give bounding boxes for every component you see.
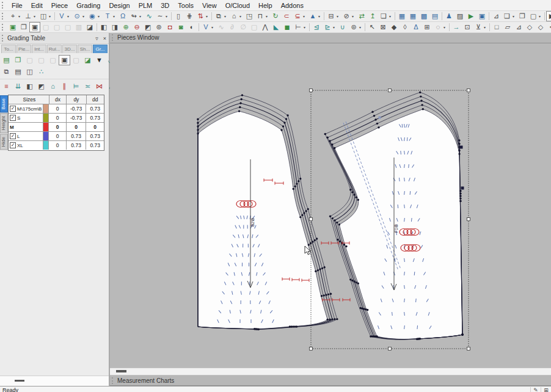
toolbar1-icon-29[interactable]: ⇄	[356, 11, 367, 21]
gpanel-tb1-icon-7[interactable]: ▢	[70, 55, 82, 65]
toolbar1-icon-24[interactable]: ⊆	[292, 11, 303, 21]
pattern-piece-front[interactable]: F1\B	[321, 91, 464, 339]
toolbar1-dropdown-5[interactable]: ▾	[67, 14, 71, 18]
canvas-horizontal-scrollbar[interactable]	[110, 368, 551, 376]
toolbar1-icon-48[interactable]: ▶	[546, 11, 551, 21]
pattern-piece-back[interactable]: B2\B	[197, 94, 338, 330]
menu-help[interactable]: Help	[254, 2, 277, 9]
toolbar2-icon-31[interactable]: ⊵	[322, 22, 333, 32]
panel-tab-pie[interactable]: Pie...	[16, 45, 31, 53]
toolbar2-dropdown-20[interactable]: ▾	[211, 25, 216, 29]
gpanel-tb1-icon-1[interactable]: ▤	[1, 55, 12, 65]
menu-edit[interactable]: Edit	[27, 2, 47, 9]
toolbar1-icon-40[interactable]: ▶	[465, 11, 476, 21]
gpanel-tb2-icon-3[interactable]: ◫	[24, 67, 35, 77]
toolbar1-icon-44[interactable]: ❏	[502, 11, 513, 21]
size-checkbox[interactable]: ✓	[10, 133, 16, 139]
grading-panel-grip[interactable]	[2, 35, 5, 42]
toolbar1-dropdown-31[interactable]: ▾	[389, 14, 393, 18]
pin-icon[interactable]: ▿	[93, 35, 101, 42]
toolbar1-icon-31[interactable]: ❏	[378, 11, 389, 21]
size-checkbox[interactable]: ✓	[10, 106, 16, 112]
toolbar2-icon-38[interactable]: ◊	[400, 22, 411, 32]
toolbar1-icon-38[interactable]: ♟	[443, 11, 454, 21]
side-tab-hide[interactable]: Hide	[0, 134, 8, 150]
toolbar2-icon-35[interactable]: ↖	[367, 22, 378, 32]
measurement-charts-header[interactable]: Measurement Charts	[110, 376, 551, 386]
toolbar1-icon-25[interactable]: ▲	[307, 11, 318, 21]
toolbar2-icon-52[interactable]: <	[546, 22, 551, 32]
toolbar1-dropdown-8[interactable]: ▾	[113, 14, 117, 18]
toolbar1-icon-43[interactable]: ⊿	[491, 11, 502, 21]
toolbar1-dropdown-46[interactable]: ▾	[539, 14, 543, 18]
toolbar2-icon-32[interactable]: ∪	[337, 22, 348, 32]
toolbar1-icon-19[interactable]: ⌂	[228, 11, 239, 21]
size-dy-value[interactable]: -0.73	[67, 114, 87, 122]
panel-tab-rul[interactable]: Rul...	[47, 45, 62, 53]
gpanel-tb3-icon-6[interactable]: ∥	[59, 81, 70, 92]
toolbar2-icon-4[interactable]: ▢	[40, 22, 51, 32]
toolbar1-icon-33[interactable]: ▦	[396, 11, 407, 21]
toolbar2-icon-39[interactable]: Δ	[411, 22, 421, 32]
toolbar2-icon-47[interactable]: □	[491, 22, 502, 32]
panel-horizontal-scrollbar[interactable]	[0, 376, 109, 386]
pattern-scene-svg[interactable]: B2\BF1\B	[110, 43, 551, 368]
gpanel-tb3-icon-8[interactable]: ≍	[82, 81, 93, 92]
toolbar2-icon-13[interactable]: ⊖	[131, 22, 142, 32]
toolbar1-icon-9[interactable]: Ω	[117, 11, 128, 21]
toolbar2-icon-40[interactable]: ⊞	[421, 22, 432, 32]
gpanel-tb1-icon-2[interactable]: ❐	[12, 55, 24, 65]
gpanel-tb3-icon-7[interactable]: ⊨	[70, 81, 82, 92]
gpanel-tb3-icon-5[interactable]: ⌂	[47, 81, 59, 92]
gpanel-tb2-icon-1[interactable]: ⧉	[1, 67, 12, 77]
toolbar1-icon-28[interactable]: ⊘	[341, 11, 352, 21]
gpanel-tb1-icon-9[interactable]: ▼	[93, 55, 105, 65]
size-row-m[interactable]: ✓M\175cm\B0-0.730.73	[9, 104, 104, 114]
pattern-canvas[interactable]: B2\BF1\B	[110, 43, 551, 368]
status-grid-icon[interactable]: ⊞	[541, 387, 551, 392]
toolbar2-icon-22[interactable]: ∂	[227, 22, 238, 32]
size-dd-value[interactable]: 0.73	[86, 114, 104, 122]
menu-addons[interactable]: Addons	[277, 2, 308, 9]
toolbar1-icon-3[interactable]: ◫	[38, 11, 49, 21]
toolbar2-icon-28[interactable]: ⊢	[293, 22, 304, 32]
toolbar2-icon-48[interactable]: ▱	[502, 22, 513, 32]
toolbar1-icon-12[interactable]: ∼	[155, 11, 166, 21]
gpanel-tb3-icon-3[interactable]: ◧	[24, 81, 35, 92]
size-row-s[interactable]: ✓S0-0.730.73	[9, 114, 104, 123]
toolbar2-icon-26[interactable]: ◣	[271, 22, 282, 32]
toolbar2-icon-50[interactable]: ◇	[524, 22, 535, 32]
toolbar1-icon-30[interactable]: ↥	[367, 11, 378, 21]
panel-tab-3d[interactable]: 3D...	[62, 45, 77, 53]
size-row-m[interactable]: M000	[9, 123, 104, 132]
toolbar1-icon-15[interactable]: ⋕	[184, 11, 195, 21]
toolbar2-icon-6[interactable]: ▢	[62, 22, 73, 32]
menu-file[interactable]: File	[7, 2, 27, 9]
toolbar2-icon-16[interactable]: ◘	[164, 22, 175, 32]
menu-piece[interactable]: Piece	[47, 2, 73, 9]
toolbar1-dropdown-25[interactable]: ▾	[318, 14, 323, 18]
toolbar2-icon-20[interactable]: V	[200, 22, 211, 32]
toolbar1-icon-6[interactable]: ⊙	[71, 11, 82, 21]
toolbar1-icon-45[interactable]: ❐	[517, 11, 528, 21]
toolbar1-dropdown-3[interactable]: ▾	[49, 14, 53, 18]
toolbar2-icon-43[interactable]: →	[451, 22, 462, 32]
toolbar1-icon-36[interactable]: ▤	[429, 11, 440, 21]
toolbar2-icon-1[interactable]: ▣	[7, 22, 18, 32]
toolbar1-dropdown-28[interactable]: ▾	[352, 14, 356, 18]
toolbar1-icon-7[interactable]: ◉	[87, 11, 98, 21]
toolbar1-dropdown-10[interactable]: ▾	[139, 14, 144, 18]
toolbar1-icon-35[interactable]: ▩	[418, 11, 429, 21]
toolbar2-icon-2[interactable]: ❐	[18, 22, 29, 32]
side-tab-height[interactable]: Height	[0, 113, 8, 133]
toolbar1-icon-1[interactable]: ⌖	[7, 11, 18, 21]
size-checkbox[interactable]: ✓	[10, 142, 16, 148]
toolbar1-icon-46[interactable]: ▢	[528, 11, 539, 21]
toolbar2-icon-7[interactable]: ▥	[73, 22, 84, 32]
toolbar2-dropdown-45[interactable]: ▾	[484, 25, 488, 29]
toolbar2-icon-24[interactable]: ▢	[249, 22, 260, 32]
toolbar1-icon-21[interactable]: ⊓	[255, 11, 266, 21]
size-dd-value[interactable]: 0	[86, 123, 104, 131]
size-dy-value[interactable]: 0.73	[67, 141, 87, 150]
pieces-window-grip[interactable]	[112, 34, 115, 41]
